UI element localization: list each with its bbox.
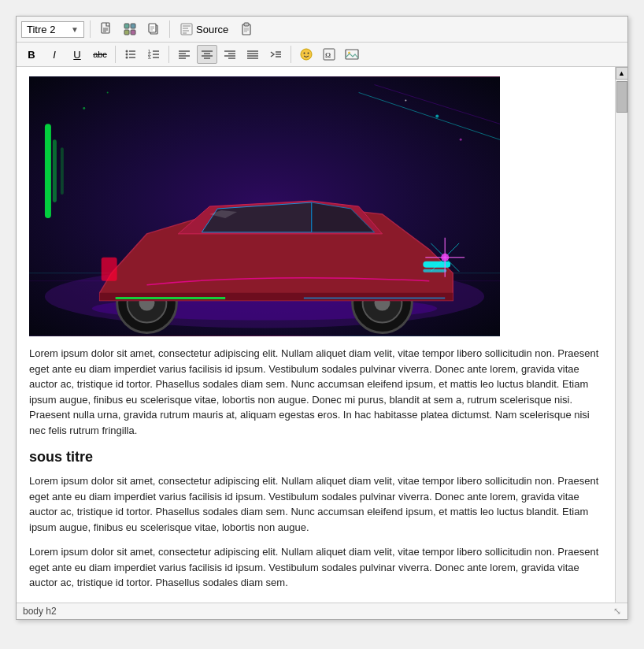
special-char-icon: Ω <box>322 47 336 61</box>
svg-point-56 <box>308 53 309 54</box>
scrollbar-track: ▲ <box>615 67 627 603</box>
templates-icon <box>123 22 137 36</box>
svg-rect-7 <box>131 30 135 35</box>
copy-icon <box>146 22 161 36</box>
svg-rect-65 <box>45 124 51 218</box>
separator-3 <box>115 46 116 63</box>
car-image-svg <box>29 76 500 336</box>
indent-icon <box>269 48 282 61</box>
subtitle-2: sous titre <box>29 602 602 603</box>
svg-rect-6 <box>124 30 129 35</box>
svg-point-89 <box>405 99 406 101</box>
align-center-button[interactable] <box>197 45 217 64</box>
source-button[interactable]: Source <box>176 21 233 37</box>
image-icon <box>345 47 359 61</box>
subtitle-1: sous titre <box>29 449 602 465</box>
align-right-icon <box>224 48 236 61</box>
paragraph-1: Lorem ipsum dolor sit amet, consectetur … <box>29 346 602 438</box>
svg-text:Ω: Ω <box>325 51 331 59</box>
svg-point-88 <box>460 139 462 141</box>
svg-point-91 <box>107 91 109 93</box>
svg-text:3.: 3. <box>148 55 152 60</box>
italic-button[interactable]: I <box>44 45 65 64</box>
dropdown-arrow-icon: ▼ <box>71 25 79 34</box>
source-code-icon <box>180 23 193 35</box>
new-doc-button[interactable] <box>96 20 117 39</box>
svg-rect-75 <box>423 261 450 268</box>
bold-button[interactable]: B <box>21 45 42 64</box>
svg-point-25 <box>126 57 128 59</box>
status-bar: body h2 ⤡ <box>17 603 627 619</box>
svg-rect-9 <box>149 24 156 32</box>
style-dropdown[interactable]: Titre 2 ▼ <box>21 21 84 38</box>
svg-rect-76 <box>423 269 446 273</box>
source-label: Source <box>196 24 228 35</box>
svg-rect-66 <box>53 139 57 202</box>
svg-rect-4 <box>124 24 129 28</box>
ordered-list-button[interactable]: 1. 2. 3. <box>143 45 164 64</box>
separator-4 <box>168 46 169 63</box>
new-doc-icon <box>99 22 113 36</box>
toolbar-top: Titre 2 ▼ <box>17 17 627 43</box>
justify-icon <box>246 48 259 61</box>
svg-point-90 <box>83 107 85 109</box>
svg-point-87 <box>435 114 439 117</box>
svg-rect-19 <box>244 23 249 26</box>
svg-point-54 <box>301 49 312 60</box>
underline-button[interactable]: U <box>67 45 87 64</box>
editor-container: Titre 2 ▼ <box>16 16 628 620</box>
align-right-button[interactable] <box>220 45 240 64</box>
scrollbar-thumb[interactable] <box>616 81 627 113</box>
svg-point-86 <box>441 254 449 261</box>
templates-button[interactable] <box>120 20 140 39</box>
strikethrough-button[interactable]: abc <box>90 45 110 64</box>
editor-body: Lorem ipsum dolor sit amet, consectetur … <box>17 67 627 603</box>
svg-point-24 <box>126 54 128 56</box>
paste-special-button[interactable] <box>236 20 257 39</box>
status-bar-text: body h2 <box>23 606 57 617</box>
align-left-icon <box>178 48 191 61</box>
smiley-button[interactable] <box>296 45 316 64</box>
svg-rect-77 <box>102 258 117 281</box>
separator-1 <box>90 20 91 38</box>
style-dropdown-label: Titre 2 <box>27 24 55 35</box>
svg-rect-5 <box>131 24 135 28</box>
editor-content[interactable]: Lorem ipsum dolor sit amet, consectetur … <box>17 67 615 603</box>
toolbar-bottom: B I U abc 1. 2. 3. <box>17 43 627 67</box>
indent-button[interactable] <box>265 45 286 64</box>
svg-rect-59 <box>346 50 358 59</box>
justify-button[interactable] <box>242 45 263 64</box>
svg-point-23 <box>126 50 128 53</box>
scroll-up-button[interactable]: ▲ <box>616 67 628 80</box>
copy-button[interactable] <box>143 20 164 39</box>
svg-rect-67 <box>61 147 64 195</box>
ol-icon: 1. 2. 3. <box>147 48 160 61</box>
ul-icon <box>124 48 137 61</box>
align-left-button[interactable] <box>174 45 194 64</box>
unordered-list-button[interactable] <box>120 45 141 64</box>
separator-5 <box>291 46 291 63</box>
paragraph-3: Lorem ipsum dolor sit amet, consectetur … <box>29 544 602 591</box>
align-center-icon <box>201 48 213 61</box>
smiley-icon <box>299 47 313 61</box>
special-char-button[interactable]: Ω <box>319 45 339 64</box>
editor-image <box>29 76 500 336</box>
separator-2 <box>169 20 170 38</box>
svg-point-55 <box>304 53 305 54</box>
paragraph-2: Lorem ipsum dolor sit amet, consectetur … <box>29 473 602 535</box>
image-button[interactable] <box>342 45 362 64</box>
resize-handle-icon[interactable]: ⤡ <box>613 606 621 617</box>
paste-icon <box>239 22 254 36</box>
